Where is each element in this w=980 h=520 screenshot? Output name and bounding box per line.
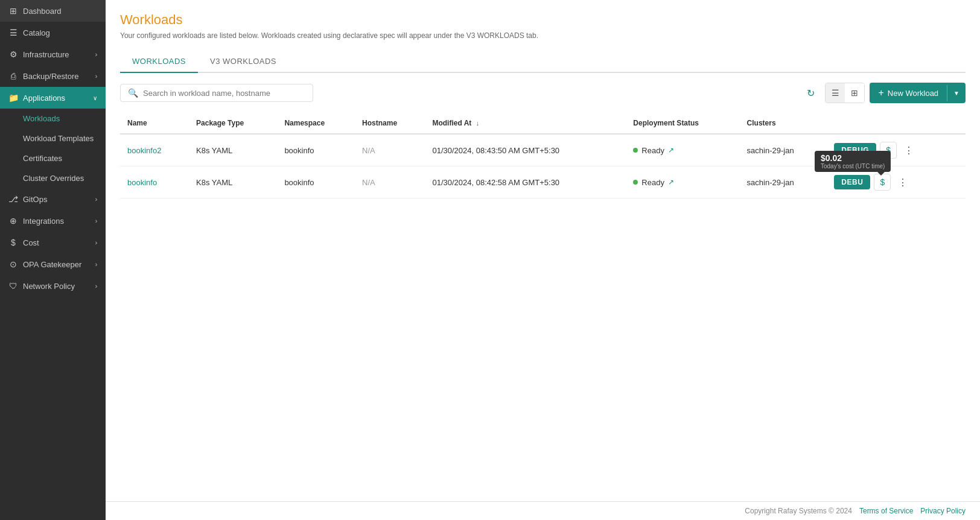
sidebar-item-label: Integrations (23, 217, 64, 226)
refresh-icon: ↻ (807, 87, 815, 99)
sidebar-item-label: Cost (23, 238, 39, 247)
chevron-down-icon: ∨ (93, 95, 97, 101)
new-workload-button[interactable]: + New Workload ▼ (870, 83, 966, 103)
workload-name-cell: bookinfo (120, 166, 189, 198)
tabs-bar: WORKLOADS V3 WORKLOADS (120, 51, 966, 73)
tab-workloads[interactable]: WORKLOADS (120, 51, 198, 73)
sidebar-item-cost[interactable]: $ Cost › (0, 232, 106, 253)
chevron-right-icon: › (95, 261, 97, 268)
row-actions: DEBU $ $0.02 Today's cost (UTC time) ⋮ (834, 174, 958, 191)
col-name: Name (120, 113, 189, 134)
sidebar-item-opa-gatekeeper[interactable]: ⊙ OPA Gatekeeper › (0, 253, 106, 275)
toolbar: 🔍 ↻ ☰ ⊞ + New Work (120, 83, 966, 103)
external-link-icon[interactable]: ↗ (668, 178, 674, 186)
sidebar-sub-label: Cluster Overrides (23, 174, 84, 183)
sidebar-item-applications[interactable]: 📁 Applications ∨ (0, 87, 106, 109)
privacy-policy-link[interactable]: Privacy Policy (920, 507, 966, 515)
list-icon: ☰ (832, 88, 839, 98)
clusters-cell: sachin-29-jan (740, 166, 827, 198)
hostname-cell: N/A (355, 134, 425, 166)
chevron-right-icon: › (95, 73, 97, 80)
workload-name-cell: bookinfo2 (120, 134, 189, 166)
grid-icon: ⊞ (851, 88, 858, 98)
sidebar-item-label: Network Policy (23, 282, 75, 291)
dashboard-icon: ⊞ (8, 6, 18, 16)
namespace-cell: bookinfo (277, 134, 355, 166)
copyright-text: Copyright Rafay Systems © 2024 (745, 507, 852, 515)
applications-icon: 📁 (8, 93, 18, 103)
sidebar-sub-label: Workload Templates (23, 134, 94, 143)
sidebar-sub-item-workload-templates[interactable]: Workload Templates (0, 128, 106, 148)
sidebar-item-infrastructure[interactable]: ⚙ Infrastructure › (0, 43, 106, 65)
more-options-button[interactable]: ⋮ (900, 142, 917, 159)
new-workload-main: + New Workload (870, 83, 947, 103)
col-deployment-status: Deployment Status (626, 113, 739, 134)
package-type-cell: K8s YAML (189, 134, 277, 166)
workload-name-link[interactable]: bookinfo2 (127, 146, 161, 155)
sidebar-sub-item-cluster-overrides[interactable]: Cluster Overrides (0, 168, 106, 188)
new-workload-dropdown-arrow[interactable]: ▼ (947, 85, 966, 101)
search-icon: 🔍 (128, 88, 138, 98)
new-workload-label: New Workload (888, 89, 938, 98)
refresh-button[interactable]: ↻ (801, 83, 820, 103)
page-subtitle: Your configured workloads are listed bel… (120, 31, 966, 40)
tooltip-arrow (877, 172, 885, 176)
sidebar-item-label: Backup/Restore (23, 72, 79, 81)
sidebar-item-catalog[interactable]: ☰ Catalog (0, 22, 106, 43)
sidebar-item-label: Catalog (23, 28, 50, 37)
sidebar-sub-item-workloads[interactable]: Workloads (0, 109, 106, 128)
debug-button[interactable]: DEBU (834, 175, 870, 189)
workloads-table: Name Package Type Namespace Hostname Mod… (120, 113, 966, 198)
status-badge: Ready ↗ (633, 146, 732, 155)
modified-at-cell: 01/30/2024, 08:43:50 AM GMT+5:30 (425, 134, 626, 166)
tab-v3-workloads[interactable]: V3 WORKLOADS (198, 51, 288, 73)
terms-of-service-link[interactable]: Terms of Service (859, 507, 913, 515)
table-row: bookinfo K8s YAML bookinfo N/A 01/30/202… (120, 166, 966, 198)
chevron-right-icon: › (95, 51, 97, 58)
list-view-button[interactable]: ☰ (826, 83, 845, 103)
plus-icon: + (878, 87, 883, 98)
search-input[interactable] (143, 89, 305, 98)
status-label: Ready (641, 146, 664, 155)
chevron-right-icon: › (95, 196, 97, 203)
network-policy-icon: 🛡 (8, 281, 18, 291)
col-clusters: Clusters (740, 113, 827, 134)
view-toggle: ☰ ⊞ (825, 83, 865, 103)
footer: Copyright Rafay Systems © 2024 Terms of … (106, 501, 980, 520)
workload-name-link[interactable]: bookinfo (127, 178, 157, 187)
search-box[interactable]: 🔍 (120, 84, 313, 102)
cost-tooltip: $0.02 Today's cost (UTC time) (815, 151, 891, 172)
catalog-icon: ☰ (8, 28, 18, 37)
sidebar-item-label: Infrastructure (23, 50, 69, 59)
sidebar-item-integrations[interactable]: ⊕ Integrations › (0, 210, 106, 232)
page-title: Workloads (120, 12, 966, 28)
sidebar-sub-label: Certificates (23, 154, 62, 163)
sidebar-item-label: Applications (23, 94, 65, 103)
sidebar-item-network-policy[interactable]: 🛡 Network Policy › (0, 275, 106, 297)
deployment-status-cell: Ready ↗ (626, 166, 739, 198)
deployment-status-cell: Ready ↗ (626, 134, 739, 166)
chevron-right-icon: › (95, 239, 97, 246)
content-area: Workloads Your configured workloads are … (106, 0, 980, 501)
col-modified-at[interactable]: Modified At ↓ (425, 113, 626, 134)
sidebar-item-label: OPA Gatekeeper (23, 260, 81, 269)
tooltip-wrapper: $ $0.02 Today's cost (UTC time) (874, 174, 891, 191)
external-link-icon[interactable]: ↗ (668, 146, 674, 154)
cost-button[interactable]: $ (874, 174, 891, 191)
main-content: Workloads Your configured workloads are … (106, 0, 980, 520)
opa-icon: ⊙ (8, 259, 18, 269)
sidebar-item-dashboard[interactable]: ⊞ Dashboard (0, 0, 106, 22)
sidebar-item-label: Dashboard (23, 7, 62, 16)
chevron-right-icon: › (95, 218, 97, 224)
col-hostname: Hostname (355, 113, 425, 134)
more-options-button[interactable]: ⋮ (894, 174, 911, 191)
sidebar-sub-item-certificates[interactable]: Certificates (0, 148, 106, 168)
package-type-cell: K8s YAML (189, 166, 277, 198)
clusters-cell: sachin-29-jan (740, 134, 827, 166)
tooltip-label: Today's cost (UTC time) (821, 163, 885, 170)
namespace-cell: bookinfo (277, 166, 355, 198)
modified-at-cell: 01/30/2024, 08:42:58 AM GMT+5:30 (425, 166, 626, 198)
sidebar-item-backup-restore[interactable]: ⎙ Backup/Restore › (0, 65, 106, 87)
sidebar-item-gitops[interactable]: ⎇ GitOps › (0, 188, 106, 210)
grid-view-button[interactable]: ⊞ (845, 83, 864, 103)
